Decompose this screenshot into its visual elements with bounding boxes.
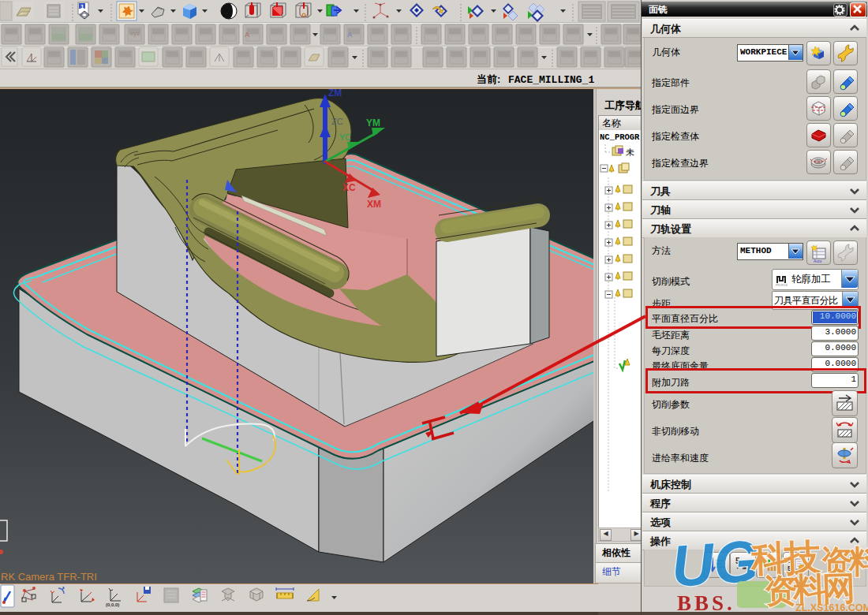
- svg-text:RK Camera TFR-TRI: RK Camera TFR-TRI: [1, 571, 97, 583]
- svg-text:未: 未: [626, 147, 634, 157]
- svg-text:A: A: [347, 31, 353, 39]
- svg-text:YC: YC: [339, 132, 351, 142]
- svg-text:ZC: ZC: [331, 117, 343, 126]
- svg-text:XM: XM: [367, 199, 381, 210]
- svg-text:XC: XC: [342, 182, 356, 193]
- svg-text:A: A: [245, 31, 250, 39]
- svg-text:5: 5: [735, 557, 740, 565]
- svg-text:(0,0,0): (0,0,0): [106, 602, 119, 607]
- svg-text:当前:: 当前:: [477, 73, 500, 85]
- svg-text:FACE_MILLING_1: FACE_MILLING_1: [508, 74, 594, 86]
- svg-text:YM: YM: [366, 117, 380, 129]
- svg-text:xyz: xyz: [130, 30, 140, 37]
- svg-text:NC_PROGR: NC_PROGR: [600, 132, 640, 142]
- svg-text:PROFILE: PROFILE: [776, 284, 788, 286]
- svg-text:ZM: ZM: [328, 89, 342, 99]
- svg-text:Auto: Auto: [814, 259, 822, 263]
- svg-text:5: 5: [788, 557, 791, 565]
- svg-text:1: 1: [80, 3, 84, 10]
- svg-text:5: 5: [788, 565, 791, 572]
